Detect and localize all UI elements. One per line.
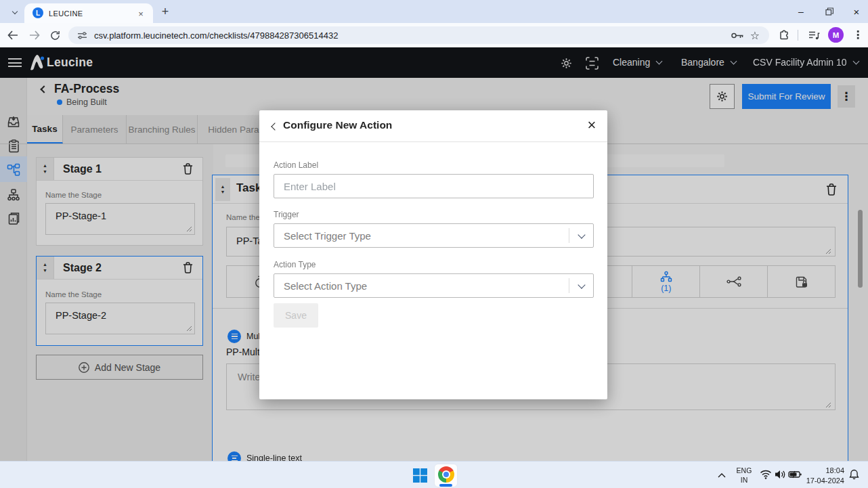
trigger-label: Trigger bbox=[274, 210, 299, 219]
modal-title: Configure New Action bbox=[283, 119, 392, 131]
browser-tab-strip: L LEUCINE × + – × bbox=[0, 0, 868, 23]
url-text[interactable]: csv.platform.leucinetech.com/checklists/… bbox=[94, 30, 338, 41]
new-tab-button[interactable]: + bbox=[158, 5, 172, 18]
action-label-input[interactable] bbox=[274, 174, 594, 198]
windows-taskbar: ENG IN 18:04 17-04-2024 bbox=[0, 461, 868, 488]
tab-search-button[interactable] bbox=[8, 5, 22, 19]
region-code: IN bbox=[735, 475, 753, 485]
tray-expand-icon[interactable] bbox=[716, 470, 728, 480]
chrome-logo-icon bbox=[438, 466, 454, 483]
action-type-label: Action Type bbox=[274, 260, 316, 269]
action-type-select[interactable]: Select Action Type bbox=[274, 273, 594, 298]
chrome-taskbar-button[interactable] bbox=[434, 464, 458, 487]
active-app-indicator bbox=[439, 484, 452, 487]
browser-menu-icon[interactable]: ⋮ bbox=[852, 27, 864, 42]
save-button[interactable]: Save bbox=[274, 303, 318, 328]
modal-back-icon[interactable] bbox=[267, 120, 280, 133]
modal-close-icon[interactable]: × bbox=[583, 116, 601, 134]
browser-toolbar: csv.platform.leucinetech.com/checklists/… bbox=[0, 23, 868, 47]
tray-time: 18:04 bbox=[806, 466, 844, 476]
profile-avatar[interactable]: M bbox=[828, 27, 844, 43]
window-restore-button[interactable] bbox=[819, 3, 840, 20]
wifi-icon[interactable] bbox=[759, 469, 773, 480]
language-indicator[interactable]: ENG IN bbox=[735, 466, 753, 485]
back-icon[interactable] bbox=[5, 28, 20, 42]
language-code: ENG bbox=[735, 466, 753, 475]
windows-start-button[interactable] bbox=[412, 468, 428, 483]
browser-tab[interactable]: L LEUCINE × bbox=[24, 3, 153, 23]
reading-list-icon[interactable] bbox=[807, 28, 821, 42]
app-area: Leucine Cleaning Bangalore CSV Facility … bbox=[0, 47, 868, 461]
volume-icon[interactable] bbox=[773, 469, 787, 480]
tab-favicon: L bbox=[32, 7, 43, 18]
action-type-select-value: Select Action Type bbox=[274, 280, 569, 292]
window-close-button[interactable]: × bbox=[846, 3, 867, 20]
windows-logo-icon bbox=[413, 468, 427, 483]
trigger-select[interactable]: Select Trigger Type bbox=[274, 223, 594, 248]
configure-action-modal: Configure New Action × Action Label Trig… bbox=[259, 110, 607, 399]
omnibox[interactable]: csv.platform.leucinetech.com/checklists/… bbox=[68, 26, 769, 44]
bookmark-star-icon[interactable]: ☆ bbox=[749, 29, 761, 41]
action-label-label: Action Label bbox=[274, 160, 318, 170]
trigger-select-value: Select Trigger Type bbox=[274, 230, 569, 242]
password-key-icon[interactable] bbox=[731, 31, 744, 39]
forward-icon[interactable] bbox=[27, 28, 42, 42]
site-settings-icon[interactable] bbox=[77, 30, 87, 40]
tab-close-icon[interactable]: × bbox=[135, 8, 146, 19]
tab-title: LEUCINE bbox=[49, 9, 83, 18]
chevron-down-icon bbox=[569, 228, 593, 243]
window-minimize-button[interactable]: – bbox=[791, 3, 811, 20]
tray-date: 17-04-2024 bbox=[806, 476, 844, 486]
reload-icon[interactable] bbox=[47, 28, 62, 43]
clock-indicator[interactable]: 18:04 17-04-2024 bbox=[806, 466, 844, 486]
toolbar-divider bbox=[798, 30, 798, 41]
modal-header: Configure New Action × bbox=[259, 110, 607, 142]
battery-icon[interactable] bbox=[787, 469, 802, 480]
chevron-down-icon bbox=[569, 278, 593, 293]
notification-bell-icon[interactable] bbox=[848, 468, 860, 481]
extensions-icon[interactable] bbox=[777, 28, 791, 42]
